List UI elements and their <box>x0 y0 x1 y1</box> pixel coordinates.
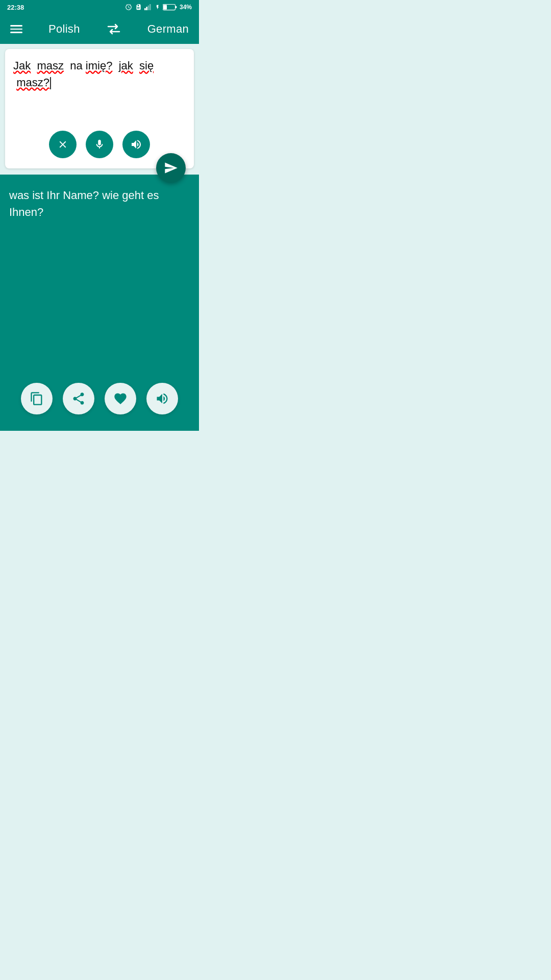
heart-icon <box>113 391 128 406</box>
status-bar: 22:38 34% <box>0 0 199 14</box>
svg-rect-0 <box>144 8 146 10</box>
alarm-icon <box>125 4 132 11</box>
svg-rect-2 <box>148 6 149 10</box>
battery-percentage: 34% <box>180 4 192 11</box>
target-language[interactable]: German <box>147 22 189 36</box>
battery-icon <box>163 4 177 11</box>
svg-rect-1 <box>146 7 147 10</box>
menu-button[interactable] <box>10 25 22 33</box>
source-language[interactable]: Polish <box>48 22 80 36</box>
swap-languages-button[interactable] <box>106 23 121 35</box>
output-action-buttons <box>9 383 190 423</box>
word-masz2: masz? <box>16 76 49 89</box>
microphone-icon <box>94 139 105 150</box>
signal-icon <box>144 4 153 11</box>
sim-icon <box>135 4 142 11</box>
output-section: was ist Ihr Name? wie geht es Ihnen? <box>0 175 199 431</box>
microphone-button[interactable] <box>86 131 113 158</box>
word-masz1: masz <box>37 59 64 72</box>
favorite-button[interactable] <box>105 383 136 414</box>
charging-icon <box>155 4 160 11</box>
navbar: Polish German <box>0 14 199 44</box>
svg-rect-5 <box>163 5 167 9</box>
time: 22:38 <box>7 4 24 11</box>
text-cursor <box>50 77 51 89</box>
volume-target-icon <box>155 391 169 406</box>
clear-button[interactable] <box>49 131 77 158</box>
close-icon <box>57 139 68 150</box>
share-icon <box>71 391 86 406</box>
input-section: Jak masz na imię? jak się masz? <box>5 49 194 168</box>
speak-target-button[interactable] <box>146 383 178 414</box>
main-content: Jak masz na imię? jak się masz? was ist … <box>0 44 199 431</box>
swap-icon <box>106 23 121 35</box>
translate-button[interactable] <box>156 153 186 183</box>
svg-rect-6 <box>175 6 177 8</box>
status-icons: 34% <box>125 4 192 11</box>
share-button[interactable] <box>63 383 94 414</box>
source-text-input[interactable]: Jak masz na imię? jak się masz? <box>13 57 186 118</box>
word-sie: się <box>139 59 154 72</box>
speak-source-button[interactable] <box>122 131 150 158</box>
volume-icon <box>130 138 142 151</box>
send-icon <box>164 161 178 175</box>
translated-text: was ist Ihr Name? wie geht es Ihnen? <box>9 187 190 220</box>
svg-rect-3 <box>149 4 151 10</box>
copy-button[interactable] <box>21 383 53 414</box>
word-jak2: jak <box>119 59 133 72</box>
word-imie: imię? <box>86 59 113 72</box>
copy-icon <box>30 391 44 406</box>
word-jak1: Jak <box>13 59 31 72</box>
